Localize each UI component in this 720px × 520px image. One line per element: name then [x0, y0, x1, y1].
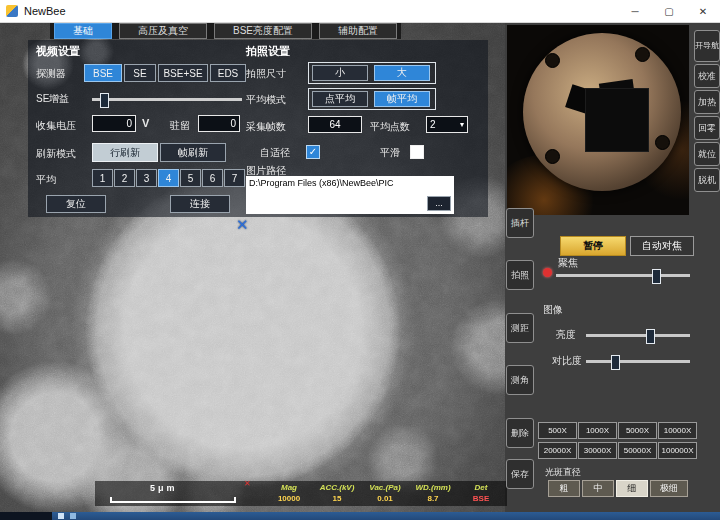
close-button[interactable]: ✕	[686, 0, 720, 22]
heat-button[interactable]: 加热	[694, 90, 720, 114]
calibrate-button[interactable]: 校准	[694, 64, 720, 88]
tab-basic[interactable]: 基础	[54, 23, 112, 39]
auto-checkbox[interactable]: ✓	[306, 145, 320, 159]
button-label: 500X	[548, 426, 567, 435]
minimize-button[interactable]: ─	[618, 0, 652, 22]
button-label: 就位	[698, 149, 716, 159]
insert-rod-button[interactable]: 插杆	[506, 208, 534, 238]
home-button[interactable]: 回零	[694, 116, 720, 140]
mag-1000x-button[interactable]: 1000X	[578, 422, 617, 439]
average-4-button[interactable]: 4	[158, 169, 179, 187]
button-label: 1	[100, 173, 106, 184]
size-small-button[interactable]: 小	[312, 65, 368, 81]
tab-aux-config[interactable]: 辅助配置	[319, 23, 397, 39]
open-navigation-button[interactable]: 开导航	[694, 30, 720, 62]
browse-button[interactable]: ...	[427, 196, 451, 211]
average-2-button[interactable]: 2	[114, 169, 135, 187]
detector-label: 探测器	[36, 67, 66, 81]
se-gain-slider[interactable]	[92, 98, 242, 101]
start-button[interactable]	[0, 512, 52, 520]
average-5-button[interactable]: 5	[180, 169, 201, 187]
mag-5000x-button[interactable]: 5000X	[618, 422, 657, 439]
brightness-label: 亮度	[556, 328, 576, 342]
dwell-label: 驻留	[170, 119, 190, 133]
button-label: BSE+SE	[163, 68, 202, 79]
maximize-button[interactable]: ▢	[652, 0, 686, 22]
chevron-down-icon: ▾	[460, 117, 464, 132]
taskbar[interactable]	[0, 512, 720, 520]
button-label: 删除	[511, 428, 529, 438]
delete-button[interactable]: 删除	[506, 418, 534, 448]
spot-medium-button[interactable]: 中	[582, 480, 614, 497]
average-3-button[interactable]: 3	[136, 169, 157, 187]
point-average-button[interactable]: 点平均	[312, 91, 368, 107]
taskbar-icon[interactable]	[58, 513, 64, 519]
tab-bse-config[interactable]: BSE亮度配置	[214, 23, 312, 39]
dwell-input[interactable]	[198, 115, 240, 132]
detector-eds-button[interactable]: EDS	[210, 64, 246, 82]
button-label: 大	[397, 66, 407, 80]
measure-angle-button[interactable]: 测角	[506, 365, 534, 395]
taskbar-icon[interactable]	[70, 513, 76, 519]
average-6-button[interactable]: 6	[202, 169, 223, 187]
offline-button[interactable]: 脱机	[694, 168, 720, 192]
se-gain-slider-handle[interactable]	[100, 93, 109, 108]
measure-distance-button[interactable]: 测距	[506, 313, 534, 343]
save-button[interactable]: 保存	[506, 459, 534, 489]
refresh-mode-label: 刷新模式	[36, 147, 76, 161]
button-label: 1000X	[586, 426, 609, 435]
average-label: 平均	[36, 173, 56, 187]
tab-label: 辅助配置	[338, 25, 378, 36]
detector-bse-se-button[interactable]: BSE+SE	[158, 64, 208, 82]
mag-30000x-button[interactable]: 30000X	[578, 442, 617, 459]
smooth-checkbox[interactable]	[410, 145, 424, 159]
capture-button[interactable]: 拍照	[506, 260, 534, 290]
focus-slider-handle[interactable]	[652, 269, 661, 284]
button-label: 脱机	[698, 175, 716, 185]
reset-button[interactable]: 复位	[46, 195, 106, 213]
tab-hv-vacuum[interactable]: 高压及真空	[119, 23, 207, 39]
status-field-value: 10000	[265, 494, 313, 503]
spot-fine-button[interactable]: 细	[616, 480, 648, 497]
brightness-slider[interactable]	[586, 334, 690, 337]
mag-100000x-button[interactable]: 100000X	[658, 442, 697, 459]
contrast-slider[interactable]	[586, 360, 690, 363]
spot-ultrafine-button[interactable]: 极细	[650, 480, 688, 497]
collect-voltage-input[interactable]	[92, 115, 136, 132]
pause-button[interactable]: 暂停	[560, 236, 626, 256]
button-label: 10000X	[664, 426, 692, 435]
mag-50000x-button[interactable]: 50000X	[618, 442, 657, 459]
spot-coarse-button[interactable]: 粗	[548, 480, 580, 497]
status-field-value: 8.7	[409, 494, 457, 503]
button-label: 粗	[560, 482, 569, 495]
autofocus-button[interactable]: 自动对焦	[630, 236, 694, 256]
focus-slider[interactable]	[556, 274, 690, 277]
detector-bse-button[interactable]: BSE	[84, 64, 122, 82]
button-label: 保存	[511, 469, 529, 479]
button-label: 拍照	[511, 270, 529, 280]
frames-input[interactable]	[308, 116, 362, 133]
mag-500x-button[interactable]: 500X	[538, 422, 577, 439]
image-path-box[interactable]: D:\Program Files (x86)\NewBee\PIC ...	[246, 176, 454, 214]
line-refresh-button[interactable]: 行刷新	[92, 143, 158, 162]
tab-label: 基础	[73, 25, 93, 36]
button-label: 点平均	[325, 92, 355, 106]
connect-button[interactable]: 连接	[170, 195, 230, 213]
detector-se-button[interactable]: SE	[124, 64, 156, 82]
size-large-button[interactable]: 大	[374, 65, 430, 81]
contrast-slider-handle[interactable]	[611, 355, 620, 370]
status-field-name: ACC.(kV)	[313, 483, 361, 492]
average-7-button[interactable]: 7	[224, 169, 245, 187]
mag-10000x-button[interactable]: 10000X	[658, 422, 697, 439]
mag-20000x-button[interactable]: 20000X	[538, 442, 577, 459]
brightness-slider-handle[interactable]	[646, 329, 655, 344]
frame-refresh-button[interactable]: 帧刷新	[160, 143, 226, 162]
status-field-name: Mag	[265, 483, 313, 492]
average-1-button[interactable]: 1	[92, 169, 113, 187]
button-label: 4	[166, 173, 172, 184]
points-select[interactable]: 2 ▾	[426, 116, 468, 133]
frame-average-button[interactable]: 帧平均	[374, 91, 430, 107]
in-position-button[interactable]: 就位	[694, 142, 720, 166]
center-marker-icon: ✕	[244, 479, 251, 488]
button-label: 插杆	[511, 218, 529, 228]
